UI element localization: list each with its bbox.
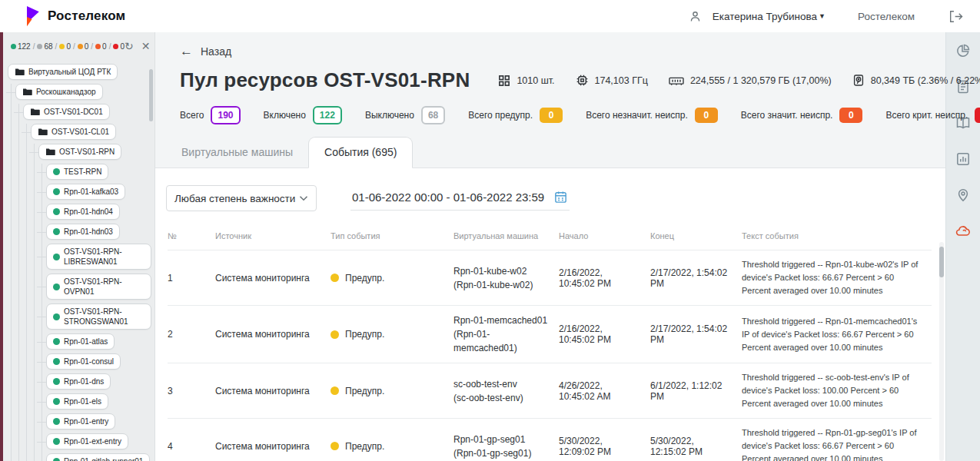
- tree-node-vm[interactable]: Rpn-01-consul: [46, 353, 121, 370]
- status-dot-minor: [78, 44, 83, 49]
- tree-node-vm[interactable]: Rpn-01-els: [46, 393, 108, 410]
- chip-minor-faults[interactable]: Всего незначит. неиспр.0: [586, 108, 718, 123]
- vm-status-icon: [53, 418, 60, 425]
- table-row[interactable]: 2 Система мониторинга Предупр. Rpn-01-me…: [168, 305, 932, 363]
- tree-node-vm[interactable]: TEST-RPN: [46, 164, 108, 180]
- refresh-icon[interactable]: ↻: [125, 41, 134, 51]
- tree-node-vm[interactable]: OST-VS01-RPN-OVPN01: [46, 274, 151, 300]
- tree-node-vm[interactable]: Rpn-01-atlas: [46, 333, 115, 350]
- tree-node-vm[interactable]: Rpn-01-entry: [46, 413, 115, 429]
- warning-dot-icon: [331, 330, 339, 339]
- close-icon[interactable]: ✕: [141, 41, 151, 51]
- vm-status-icon: [53, 208, 60, 215]
- badge-critical-faults: 0: [975, 108, 980, 123]
- vm-grid-icon: [497, 74, 511, 88]
- tabs: Виртуальные машины События (695): [155, 137, 945, 168]
- back-label: Назад: [201, 45, 231, 58]
- tree-node-vm[interactable]: Rpn-01-hdn04: [46, 204, 120, 220]
- bar-chart-icon[interactable]: [955, 151, 971, 167]
- chevron-down-icon: ▼: [819, 12, 826, 20]
- badge-minor-faults: 0: [695, 108, 718, 123]
- page-title: Пул ресурсов OST-VS01-RPN: [180, 68, 470, 92]
- user-name: Екатерина Трубинова: [713, 11, 817, 22]
- accent-strip: [0, 32, 3, 461]
- folder-icon: [30, 108, 40, 116]
- chip-critical-faults[interactable]: Всего крит. неиспр.0: [885, 108, 980, 123]
- tree-node-vm[interactable]: Rpn-01-gitlab-runner01: [46, 453, 150, 461]
- sidebar-scrollbar[interactable]: [149, 69, 153, 121]
- chip-major-faults[interactable]: Всего значит. неиспр.0: [741, 108, 863, 123]
- chip-total[interactable]: Всего190: [180, 106, 241, 124]
- calendar-icon: [553, 190, 568, 204]
- logout-button[interactable]: [948, 10, 963, 23]
- tree-node-vm[interactable]: Rpn-01-hdn03: [46, 224, 120, 240]
- resource-tree: Виртуальный ЦОД РТК Роскошканадзор OST-V…: [0, 57, 154, 461]
- tree-node-folder[interactable]: OST-VS01-CL01: [31, 124, 116, 140]
- user-icon: [689, 10, 702, 23]
- chip-on[interactable]: Включено122: [264, 106, 342, 124]
- tree-node-folder-current[interactable]: OST-VS01-RPN: [38, 144, 121, 160]
- table-row[interactable]: 3 Система мониторинга Предупр. sc-oob-te…: [168, 363, 932, 418]
- tree-node-vm[interactable]: OST-VS01-RPN-STRONGSWAN01: [46, 303, 151, 330]
- summary-chips: Всего190 Включено122 Выключено68 Всего п…: [155, 92, 945, 124]
- back-button[interactable]: ← Назад: [155, 32, 945, 58]
- vm-status-icon: [53, 168, 60, 175]
- date-range-picker[interactable]: 01-06-2022 00:00 - 01-06-2022 23:59: [350, 187, 570, 211]
- tree-node-vm[interactable]: Rpn-01-kafka03: [46, 184, 125, 200]
- badge-off: 68: [421, 106, 445, 124]
- warning-dot-icon: [331, 386, 339, 395]
- logo-text: Ростелеком: [48, 8, 125, 24]
- vm-status-icon: [53, 284, 60, 290]
- table-header: № Источник Тип события Виртуальная машин…: [168, 227, 932, 250]
- tree-node-vm[interactable]: OST-VS01-RPN-LIBRESWAN01: [46, 244, 151, 270]
- table-scrollbar-thumb[interactable]: [939, 247, 944, 277]
- severity-select[interactable]: Любая степень важности: [166, 185, 317, 211]
- stat-cpu: 174,103 ГГц: [575, 73, 648, 88]
- vm-status-icon: [53, 338, 60, 345]
- cpu-icon: [575, 73, 590, 88]
- vm-status-icon: [53, 228, 60, 235]
- tree-node-root[interactable]: Виртуальный ЦОД РТК: [8, 64, 118, 80]
- status-dot-off: [37, 44, 42, 49]
- logo: Ростелеком: [23, 5, 125, 27]
- rostelecom-logo-icon: [23, 5, 42, 27]
- status-dot-critical: [113, 44, 118, 49]
- vm-status-icon: [53, 398, 60, 405]
- table-row[interactable]: 1 Система мониторинга Предупр. Rpn-01-ku…: [168, 250, 932, 305]
- chevron-down-icon: [299, 195, 308, 201]
- warning-dot-icon: [331, 442, 339, 450]
- resource-stats: 1010 шт. 174,103 ГГц 224,555 / 1 320,579…: [497, 73, 980, 88]
- vm-status-icon: [53, 358, 60, 365]
- events-panel: Любая степень важности 01-06-2022 00:00 …: [155, 168, 945, 461]
- badge-total: 190: [211, 106, 240, 124]
- tree-node-vm[interactable]: Rpn-01-dns: [46, 373, 111, 390]
- pie-chart-icon[interactable]: [955, 43, 971, 58]
- tab-events[interactable]: События (695): [308, 137, 413, 168]
- location-pin-icon[interactable]: [955, 187, 971, 203]
- stat-disk: 80,349 ТБ (2.36% / 6.22% / 90.18% / 1.24…: [852, 73, 980, 88]
- tree-status-header: 122/ 68/ 0/ 0/ 0/ 0 ↻ ✕: [0, 32, 154, 57]
- tree-node-folder[interactable]: Роскошканадзор: [15, 84, 103, 100]
- tree-node-vm[interactable]: Rpn-01-ext-entry: [46, 433, 128, 449]
- cloud-alert-icon[interactable]: [955, 224, 972, 239]
- main-panel: ← Назад Пул ресурсов OST-VS01-RPN 1010 ш…: [155, 32, 945, 461]
- table-scrollbar[interactable]: [939, 242, 944, 461]
- user-menu[interactable]: Екатерина Трубинова ▼: [713, 11, 826, 22]
- badge-on: 122: [313, 106, 342, 124]
- warning-dot-icon: [331, 274, 339, 282]
- back-arrow-icon: ←: [180, 45, 193, 58]
- folder-icon: [45, 148, 55, 156]
- logout-icon: [948, 10, 963, 23]
- folder-icon: [38, 128, 48, 136]
- ram-icon: [668, 74, 685, 88]
- tab-virtual-machines[interactable]: Виртуальные машины: [166, 138, 308, 167]
- chip-warnings[interactable]: Всего предупр.0: [468, 108, 563, 123]
- disk-icon: [852, 73, 865, 88]
- vm-status-icon: [53, 378, 60, 385]
- tree-node-folder[interactable]: OST-VS01-DC01: [23, 104, 110, 120]
- folder-icon: [22, 88, 32, 96]
- vm-status-icon: [53, 458, 60, 461]
- table-row[interactable]: 4 Система мониторинга Предупр. Rpn-01-gp…: [168, 418, 932, 461]
- folder-icon: [15, 68, 25, 76]
- chip-off[interactable]: Выключено68: [365, 106, 445, 124]
